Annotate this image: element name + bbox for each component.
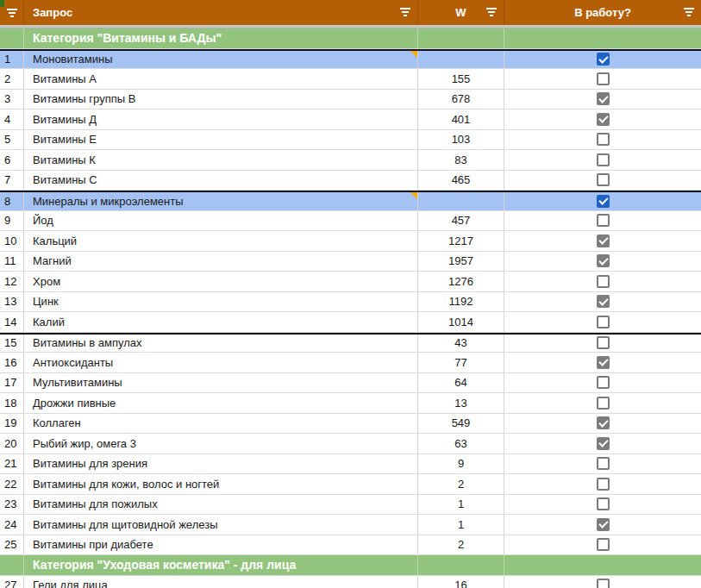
row-number-cell[interactable]: 22 [0, 474, 24, 494]
query-cell[interactable]: Антиоксиданты [24, 353, 418, 372]
work-cell[interactable] [504, 495, 701, 515]
checkbox[interactable] [597, 579, 610, 588]
checkbox[interactable] [597, 92, 610, 105]
query-cell[interactable]: Моновитамины [24, 51, 418, 69]
work-cell[interactable] [504, 373, 701, 393]
checkbox[interactable] [597, 153, 610, 166]
w-value-cell[interactable]: 1217 [418, 231, 504, 251]
checkbox[interactable] [597, 437, 610, 450]
row-number-cell[interactable]: 12 [0, 272, 24, 291]
query-cell[interactable]: Хром [24, 272, 418, 291]
checkbox[interactable] [597, 356, 610, 369]
column-header-work[interactable]: В работу? [504, 0, 701, 25]
work-cell[interactable] [504, 171, 701, 191]
checkbox[interactable] [597, 457, 610, 470]
filter-icon[interactable] [7, 9, 17, 17]
work-cell[interactable] [504, 312, 701, 332]
w-value-cell[interactable]: 64 [418, 373, 504, 393]
filter-icon[interactable] [486, 8, 497, 16]
row-number-cell[interactable]: 20 [0, 434, 24, 454]
query-cell[interactable]: Витамины С [24, 171, 418, 191]
checkbox[interactable] [597, 336, 610, 349]
checkbox[interactable] [597, 195, 610, 208]
work-cell[interactable] [504, 353, 701, 372]
row-number-cell[interactable]: 5 [0, 130, 24, 150]
query-cell[interactable]: Витамины группы В [24, 90, 418, 109]
query-cell[interactable]: Мультивитамины [24, 373, 418, 393]
row-number-cell[interactable]: 11 [0, 252, 24, 272]
w-value-cell[interactable] [418, 28, 504, 48]
query-cell[interactable]: Витамины в ампулах [24, 335, 418, 353]
w-value-cell[interactable]: 401 [418, 109, 504, 129]
row-number-cell[interactable]: 15 [0, 335, 24, 353]
checkbox[interactable] [597, 538, 610, 551]
w-value-cell[interactable]: 465 [418, 171, 504, 191]
row-number-cell[interactable]: 17 [0, 373, 24, 393]
work-cell[interactable] [504, 211, 701, 231]
w-value-cell[interactable]: 549 [418, 414, 504, 434]
w-value-cell[interactable] [418, 192, 504, 210]
work-cell[interactable] [504, 576, 701, 588]
work-cell[interactable] [504, 535, 701, 555]
work-cell[interactable] [504, 192, 701, 210]
work-cell[interactable] [504, 414, 701, 434]
work-cell[interactable] [504, 28, 701, 48]
work-cell[interactable] [504, 474, 701, 494]
row-number-cell[interactable]: 10 [0, 231, 24, 251]
checkbox[interactable] [597, 133, 610, 146]
filter-icon[interactable] [684, 8, 694, 16]
query-cell[interactable]: Витамины К [24, 150, 418, 170]
checkbox[interactable] [597, 295, 610, 308]
row-number-cell[interactable]: 23 [0, 495, 24, 515]
checkbox[interactable] [597, 397, 610, 410]
w-value-cell[interactable]: 16 [418, 576, 504, 588]
row-number-cell[interactable]: 19 [0, 414, 24, 434]
checkbox[interactable] [597, 53, 610, 66]
row-number-cell[interactable]: 2 [0, 69, 24, 89]
checkbox[interactable] [597, 497, 610, 510]
w-value-cell[interactable]: 9 [418, 454, 504, 474]
query-cell[interactable]: Витамины для кожи, волос и ногтей [24, 474, 418, 494]
work-cell[interactable] [504, 252, 701, 272]
w-value-cell[interactable]: 2 [418, 474, 504, 494]
work-cell[interactable] [504, 69, 701, 89]
query-cell[interactable]: Цинк [24, 292, 418, 312]
query-cell[interactable]: Витамины для зрения [24, 454, 418, 474]
work-cell[interactable] [504, 393, 701, 413]
query-cell[interactable]: Минералы и микроэлементы [24, 192, 418, 210]
query-cell[interactable]: Витамины Д [24, 109, 418, 129]
checkbox[interactable] [597, 214, 610, 227]
work-cell[interactable] [504, 150, 701, 170]
work-cell[interactable] [504, 515, 701, 535]
query-cell[interactable]: Витамины при диабете [24, 535, 418, 555]
row-number-cell[interactable]: 4 [0, 109, 24, 129]
w-value-cell[interactable] [418, 51, 504, 69]
row-number-cell[interactable]: 16 [0, 353, 24, 372]
query-cell[interactable]: Калий [24, 312, 418, 332]
row-number-cell[interactable]: 6 [0, 150, 24, 170]
w-value-cell[interactable]: 13 [418, 393, 504, 413]
checkbox[interactable] [597, 113, 610, 126]
checkbox[interactable] [597, 173, 610, 186]
row-number-cell[interactable]: 27 [0, 576, 24, 588]
query-cell[interactable]: Витамины Е [24, 130, 418, 150]
query-cell[interactable]: Витамины А [24, 69, 418, 89]
checkbox[interactable] [597, 416, 610, 429]
w-value-cell[interactable]: 103 [418, 130, 504, 150]
work-cell[interactable] [504, 272, 701, 291]
row-number-cell[interactable]: 9 [0, 211, 24, 231]
work-cell[interactable] [504, 454, 701, 474]
w-value-cell[interactable]: 1192 [418, 292, 504, 312]
row-number-cell[interactable]: 25 [0, 535, 24, 555]
work-cell[interactable] [504, 292, 701, 312]
row-number-cell[interactable] [0, 555, 24, 575]
query-cell[interactable]: Категория "Уходовая косметика" - для лиц… [24, 555, 418, 575]
w-value-cell[interactable]: 155 [418, 69, 504, 89]
work-cell[interactable] [504, 90, 701, 109]
work-cell[interactable] [504, 51, 701, 69]
query-cell[interactable]: Витамины для щитовидной железы [24, 515, 418, 535]
checkbox[interactable] [597, 316, 610, 328]
work-cell[interactable] [504, 130, 701, 150]
w-value-cell[interactable]: 83 [418, 150, 504, 170]
w-value-cell[interactable]: 457 [418, 211, 504, 231]
